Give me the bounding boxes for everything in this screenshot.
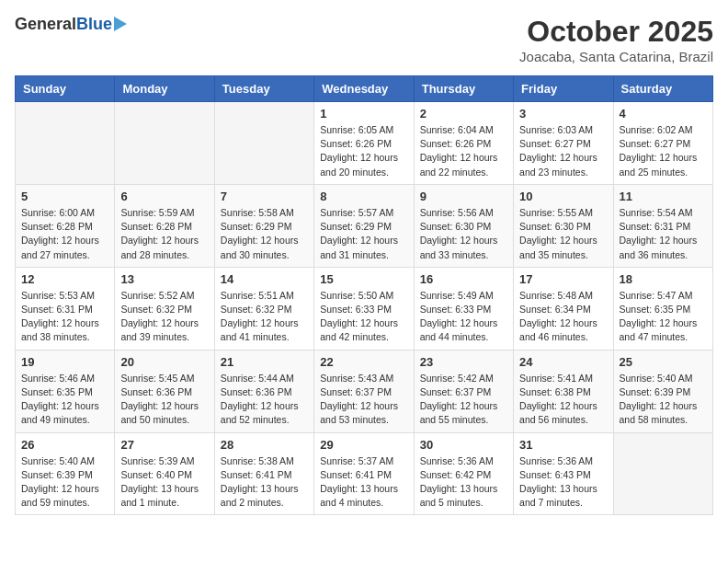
day-info: Sunrise: 5:54 AM Sunset: 6:31 PM Dayligh… xyxy=(620,206,707,262)
day-info: Sunrise: 5:51 AM Sunset: 6:32 PM Dayligh… xyxy=(221,289,308,345)
day-info: Sunrise: 5:58 AM Sunset: 6:29 PM Dayligh… xyxy=(221,206,308,262)
day-info: Sunrise: 6:05 AM Sunset: 6:26 PM Dayligh… xyxy=(320,123,407,179)
calendar-cell: 17Sunrise: 5:48 AM Sunset: 6:34 PM Dayli… xyxy=(514,267,613,350)
calendar-cell: 5Sunrise: 6:00 AM Sunset: 6:28 PM Daylig… xyxy=(16,184,115,267)
day-number: 12 xyxy=(21,272,108,286)
day-info: Sunrise: 5:49 AM Sunset: 6:33 PM Dayligh… xyxy=(420,289,507,345)
day-info: Sunrise: 5:41 AM Sunset: 6:38 PM Dayligh… xyxy=(519,372,607,428)
day-number: 17 xyxy=(519,272,607,286)
calendar-week-row: 1Sunrise: 6:05 AM Sunset: 6:26 PM Daylig… xyxy=(16,102,713,185)
calendar-week-row: 5Sunrise: 6:00 AM Sunset: 6:28 PM Daylig… xyxy=(16,184,713,267)
day-info: Sunrise: 5:50 AM Sunset: 6:33 PM Dayligh… xyxy=(320,289,407,345)
day-info: Sunrise: 6:00 AM Sunset: 6:28 PM Dayligh… xyxy=(21,206,108,262)
calendar-cell: 6Sunrise: 5:59 AM Sunset: 6:28 PM Daylig… xyxy=(115,184,214,267)
logo: General Blue xyxy=(15,15,127,34)
weekday-header-monday: Monday xyxy=(115,76,214,102)
calendar-table: SundayMondayTuesdayWednesdayThursdayFrid… xyxy=(15,75,713,515)
calendar-cell: 29Sunrise: 5:37 AM Sunset: 6:41 PM Dayli… xyxy=(314,432,414,515)
logo-general-text: General xyxy=(15,15,76,34)
day-number: 1 xyxy=(320,107,407,121)
day-number: 11 xyxy=(620,190,707,203)
calendar-cell: 9Sunrise: 5:56 AM Sunset: 6:30 PM Daylig… xyxy=(414,184,513,267)
weekday-header-saturday: Saturday xyxy=(613,76,712,102)
calendar-week-row: 26Sunrise: 5:40 AM Sunset: 6:39 PM Dayli… xyxy=(16,432,713,515)
day-number: 29 xyxy=(320,438,407,452)
calendar-week-row: 19Sunrise: 5:46 AM Sunset: 6:35 PM Dayli… xyxy=(16,350,713,432)
day-info: Sunrise: 6:02 AM Sunset: 6:27 PM Dayligh… xyxy=(620,123,707,179)
day-info: Sunrise: 5:36 AM Sunset: 6:42 PM Dayligh… xyxy=(420,454,507,511)
calendar-cell: 3Sunrise: 6:03 AM Sunset: 6:27 PM Daylig… xyxy=(514,102,613,185)
weekday-header-friday: Friday xyxy=(514,76,613,102)
calendar-cell: 7Sunrise: 5:58 AM Sunset: 6:29 PM Daylig… xyxy=(214,184,313,267)
day-number: 16 xyxy=(420,272,507,286)
day-number: 19 xyxy=(21,355,108,369)
day-info: Sunrise: 5:40 AM Sunset: 6:39 PM Dayligh… xyxy=(21,454,108,511)
day-number: 28 xyxy=(221,438,308,452)
calendar-cell: 28Sunrise: 5:38 AM Sunset: 6:41 PM Dayli… xyxy=(214,432,313,515)
day-info: Sunrise: 5:42 AM Sunset: 6:37 PM Dayligh… xyxy=(420,372,507,428)
calendar-cell: 24Sunrise: 5:41 AM Sunset: 6:38 PM Dayli… xyxy=(514,350,613,432)
month-title: October 2025 xyxy=(519,15,713,49)
day-info: Sunrise: 5:55 AM Sunset: 6:30 PM Dayligh… xyxy=(519,206,607,262)
calendar-cell xyxy=(214,102,313,185)
calendar-cell: 13Sunrise: 5:52 AM Sunset: 6:32 PM Dayli… xyxy=(115,267,214,350)
page-header: General Blue October 2025 Joacaba, Santa… xyxy=(15,15,713,64)
weekday-header-row: SundayMondayTuesdayWednesdayThursdayFrid… xyxy=(16,76,713,102)
weekday-header-sunday: Sunday xyxy=(16,76,115,102)
day-info: Sunrise: 5:40 AM Sunset: 6:39 PM Dayligh… xyxy=(620,372,707,428)
day-number: 31 xyxy=(519,438,607,452)
day-info: Sunrise: 5:57 AM Sunset: 6:29 PM Dayligh… xyxy=(320,206,407,262)
day-info: Sunrise: 5:59 AM Sunset: 6:28 PM Dayligh… xyxy=(120,206,208,262)
title-section: October 2025 Joacaba, Santa Catarina, Br… xyxy=(519,15,713,64)
calendar-cell xyxy=(613,432,712,515)
calendar-cell: 31Sunrise: 5:36 AM Sunset: 6:43 PM Dayli… xyxy=(514,432,613,515)
day-number: 22 xyxy=(320,355,407,369)
weekday-header-thursday: Thursday xyxy=(414,76,513,102)
day-info: Sunrise: 6:03 AM Sunset: 6:27 PM Dayligh… xyxy=(519,123,607,179)
day-number: 2 xyxy=(420,107,507,121)
calendar-cell: 18Sunrise: 5:47 AM Sunset: 6:35 PM Dayli… xyxy=(613,267,712,350)
day-number: 14 xyxy=(221,272,308,286)
day-number: 27 xyxy=(120,438,208,452)
day-info: Sunrise: 5:46 AM Sunset: 6:35 PM Dayligh… xyxy=(21,372,108,428)
calendar-cell: 23Sunrise: 5:42 AM Sunset: 6:37 PM Dayli… xyxy=(414,350,513,432)
weekday-header-wednesday: Wednesday xyxy=(314,76,414,102)
day-info: Sunrise: 5:39 AM Sunset: 6:40 PM Dayligh… xyxy=(120,454,208,511)
calendar-cell: 21Sunrise: 5:44 AM Sunset: 6:36 PM Dayli… xyxy=(214,350,313,432)
calendar-cell: 12Sunrise: 5:53 AM Sunset: 6:31 PM Dayli… xyxy=(16,267,115,350)
logo-arrow-icon xyxy=(114,17,127,31)
logo-blue-text: Blue xyxy=(76,15,112,34)
day-info: Sunrise: 5:48 AM Sunset: 6:34 PM Dayligh… xyxy=(519,289,607,345)
day-info: Sunrise: 5:56 AM Sunset: 6:30 PM Dayligh… xyxy=(420,206,507,262)
day-number: 9 xyxy=(420,190,507,203)
day-number: 24 xyxy=(519,355,607,369)
day-number: 15 xyxy=(320,272,407,286)
day-number: 23 xyxy=(420,355,507,369)
calendar-cell: 15Sunrise: 5:50 AM Sunset: 6:33 PM Dayli… xyxy=(314,267,414,350)
day-info: Sunrise: 5:45 AM Sunset: 6:36 PM Dayligh… xyxy=(120,372,208,428)
calendar-cell: 14Sunrise: 5:51 AM Sunset: 6:32 PM Dayli… xyxy=(214,267,313,350)
day-info: Sunrise: 5:47 AM Sunset: 6:35 PM Dayligh… xyxy=(620,289,707,345)
day-number: 21 xyxy=(221,355,308,369)
day-number: 13 xyxy=(120,272,208,286)
day-number: 18 xyxy=(620,272,707,286)
weekday-header-tuesday: Tuesday xyxy=(214,76,313,102)
day-number: 3 xyxy=(519,107,607,121)
calendar-cell: 20Sunrise: 5:45 AM Sunset: 6:36 PM Dayli… xyxy=(115,350,214,432)
calendar-cell: 25Sunrise: 5:40 AM Sunset: 6:39 PM Dayli… xyxy=(613,350,712,432)
calendar-cell: 2Sunrise: 6:04 AM Sunset: 6:26 PM Daylig… xyxy=(414,102,513,185)
calendar-cell: 30Sunrise: 5:36 AM Sunset: 6:42 PM Dayli… xyxy=(414,432,513,515)
calendar-cell: 8Sunrise: 5:57 AM Sunset: 6:29 PM Daylig… xyxy=(314,184,414,267)
calendar-cell: 26Sunrise: 5:40 AM Sunset: 6:39 PM Dayli… xyxy=(16,432,115,515)
calendar-week-row: 12Sunrise: 5:53 AM Sunset: 6:31 PM Dayli… xyxy=(16,267,713,350)
day-number: 26 xyxy=(21,438,108,452)
day-info: Sunrise: 5:53 AM Sunset: 6:31 PM Dayligh… xyxy=(21,289,108,345)
day-info: Sunrise: 5:36 AM Sunset: 6:43 PM Dayligh… xyxy=(519,454,607,511)
calendar-cell: 16Sunrise: 5:49 AM Sunset: 6:33 PM Dayli… xyxy=(414,267,513,350)
calendar-cell: 4Sunrise: 6:02 AM Sunset: 6:27 PM Daylig… xyxy=(613,102,712,185)
day-info: Sunrise: 5:37 AM Sunset: 6:41 PM Dayligh… xyxy=(320,454,407,511)
calendar-cell: 27Sunrise: 5:39 AM Sunset: 6:40 PM Dayli… xyxy=(115,432,214,515)
location-text: Joacaba, Santa Catarina, Brazil xyxy=(519,49,713,64)
calendar-cell: 22Sunrise: 5:43 AM Sunset: 6:37 PM Dayli… xyxy=(314,350,414,432)
calendar-cell xyxy=(16,102,115,185)
